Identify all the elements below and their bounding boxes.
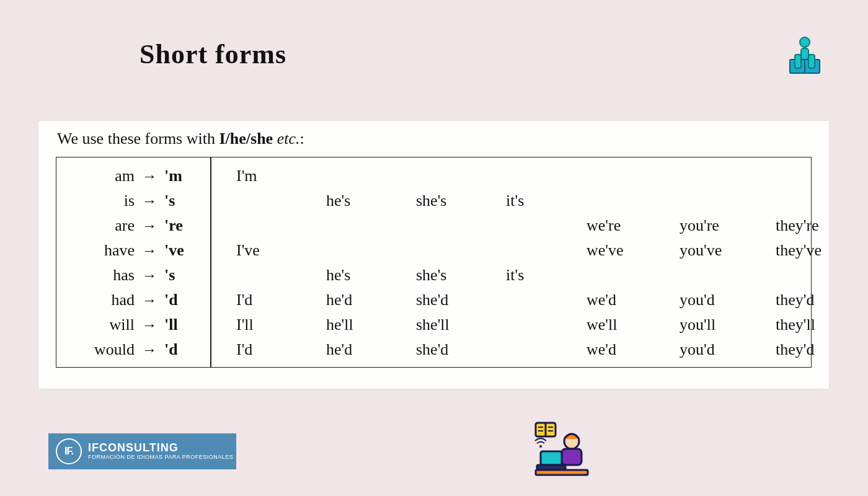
- intro-prefix: We use these forms with: [57, 130, 219, 148]
- cell-short: 're: [162, 213, 211, 238]
- table-row: is→'she'sshe'sit's: [56, 188, 811, 213]
- svg-rect-13: [562, 449, 582, 465]
- cell-short: 's: [162, 263, 211, 288]
- cell-short: 's: [162, 188, 211, 213]
- svg-rect-14: [541, 451, 562, 465]
- logo-badge: IF.: [56, 438, 82, 464]
- cell-it: it's: [506, 263, 587, 288]
- arrow-icon: →: [137, 288, 162, 312]
- cell-you: you'd: [680, 288, 776, 312]
- cell-I: I'll: [236, 312, 326, 337]
- content-panel: We use these forms with I/he/she etc.: a…: [38, 121, 829, 389]
- cell-short: 'm: [162, 164, 211, 188]
- cell-he: he'll: [326, 312, 416, 337]
- ifconsulting-logo: IF. IFCONSULTING FORMACIÓN DE IDIOMAS PA…: [48, 433, 236, 469]
- svg-rect-5: [808, 55, 815, 68]
- cell-they: they'd: [776, 288, 862, 312]
- short-forms-table: am→'mI'mis→'she'sshe'sit'sare→'rewe'reyo…: [56, 157, 812, 368]
- cell-short: 've: [162, 238, 211, 263]
- cell-she: she'd: [416, 337, 506, 362]
- table-row: am→'mI'm: [56, 164, 811, 188]
- logo-line1: IFCONSULTING: [88, 442, 233, 453]
- arrow-icon: →: [137, 188, 162, 213]
- svg-rect-4: [795, 55, 801, 68]
- cell-full: is: [56, 188, 137, 213]
- cell-we: we'd: [587, 337, 680, 362]
- intro-suffix: :: [299, 130, 304, 148]
- cell-you: you'll: [680, 312, 776, 337]
- cell-short: 'd: [162, 288, 211, 312]
- cell-she: she's: [416, 188, 506, 213]
- logo-text: IFCONSULTING FORMACIÓN DE IDIOMAS PARA P…: [88, 442, 233, 461]
- page-title: Short forms: [140, 38, 286, 70]
- cell-she: she'd: [416, 288, 506, 312]
- svg-rect-1: [801, 48, 808, 60]
- arrow-icon: →: [137, 238, 162, 263]
- cell-you: you've: [680, 238, 776, 263]
- intro-text: We use these forms with I/he/she etc.:: [57, 130, 812, 148]
- cell-he: he's: [326, 263, 416, 288]
- table-row: has→'she'sshe'sit's: [56, 263, 811, 288]
- svg-point-16: [539, 445, 542, 448]
- cell-she: she'll: [416, 312, 506, 337]
- cell-full: are: [56, 213, 137, 238]
- cell-full: will: [56, 312, 137, 337]
- cell-short: 'll: [162, 312, 211, 337]
- svg-rect-17: [536, 470, 588, 475]
- cell-we: we'd: [587, 288, 680, 312]
- logo-line2: FORMACIÓN DE IDIOMAS PARA PROFESIONALES: [88, 453, 233, 461]
- intro-bold: I/he/she: [219, 130, 273, 148]
- table-row: would→'dI'dhe'dshe'dwe'dyou'dthey'd: [56, 337, 811, 362]
- cell-you: you'd: [680, 337, 776, 362]
- cell-we: we're: [587, 213, 680, 238]
- cell-I: I'd: [236, 337, 326, 362]
- svg-point-0: [800, 37, 810, 47]
- cell-full: am: [56, 164, 137, 188]
- reader-icon: [786, 36, 823, 81]
- cell-we: we'll: [587, 312, 680, 337]
- cell-I: I'd: [236, 288, 326, 312]
- arrow-icon: →: [137, 213, 162, 238]
- cell-full: has: [56, 263, 137, 288]
- cell-I: I've: [236, 238, 326, 263]
- cell-I: I'm: [236, 164, 326, 188]
- intro-italic: etc.: [273, 130, 299, 148]
- table-row: will→'llI'llhe'llshe'llwe'llyou'llthey'l…: [56, 312, 811, 337]
- table-divider: [210, 157, 211, 367]
- cell-short: 'd: [162, 337, 211, 362]
- cell-he: he'd: [326, 337, 416, 362]
- cell-he: he's: [326, 188, 416, 213]
- cell-they: they've: [776, 238, 862, 263]
- cell-they: they'll: [776, 312, 862, 337]
- table-row: had→'dI'dhe'dshe'dwe'dyou'dthey'd: [56, 288, 811, 312]
- table-row: have→'veI'vewe'veyou'vethey've: [56, 238, 811, 263]
- table-row: are→'rewe'reyou'rethey're: [56, 213, 811, 238]
- arrow-icon: →: [137, 312, 162, 337]
- arrow-icon: →: [137, 263, 162, 288]
- online-learning-icon: [533, 422, 590, 477]
- cell-full: had: [56, 288, 137, 312]
- cell-full: would: [56, 337, 137, 362]
- cell-it: it's: [506, 188, 587, 213]
- cell-they: they'd: [776, 337, 862, 362]
- cell-he: he'd: [326, 288, 416, 312]
- cell-full: have: [56, 238, 137, 263]
- cell-you: you're: [680, 213, 776, 238]
- cell-they: they're: [776, 213, 862, 238]
- cell-we: we've: [587, 238, 680, 263]
- arrow-icon: →: [137, 337, 162, 362]
- cell-she: she's: [416, 263, 506, 288]
- arrow-icon: →: [137, 164, 162, 188]
